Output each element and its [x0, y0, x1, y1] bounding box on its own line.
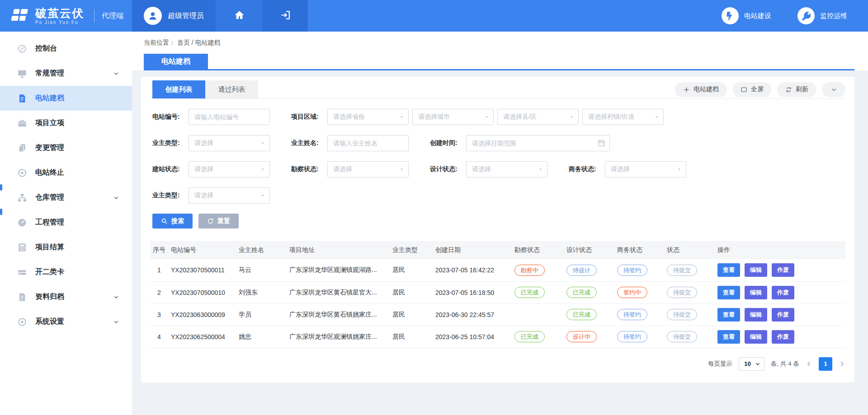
filter-actions: 搜索 重置 — [152, 214, 845, 228]
list-tabs: 创建列表通过列表 — [152, 80, 258, 98]
date-range-input[interactable] — [467, 135, 609, 151]
filter-select[interactable]: 请选择村镇/街道 — [582, 109, 664, 125]
page-tab[interactable]: 电站建档 — [144, 54, 208, 69]
filter-label: 商务状态: — [569, 165, 605, 173]
cell-address: 广东深圳龙华区黄石镇星官大... — [287, 281, 390, 303]
column-header: 项目地址 — [287, 241, 390, 259]
sidebar-item[interactable]: 工程管理 — [0, 210, 132, 235]
prev-page-button[interactable] — [806, 360, 812, 367]
cell-design-status: 待设计 — [564, 259, 614, 281]
header-nav-item[interactable]: 监控运维 — [797, 7, 847, 24]
filter-select[interactable]: 请选择省份 — [327, 109, 409, 125]
edit-button[interactable]: 编辑 — [745, 263, 767, 277]
sitemap-icon — [17, 193, 27, 203]
filter-label: 项目区域: — [291, 113, 327, 121]
view-button[interactable]: 查看 — [717, 308, 740, 322]
survey-status-badge: 勘察中 — [514, 265, 545, 276]
caret-down-icon — [399, 115, 404, 120]
view-button[interactable]: 查看 — [717, 263, 740, 277]
edit-button[interactable]: 编辑 — [745, 330, 767, 344]
filter-field: 建站状态:请选择 — [152, 161, 270, 177]
void-button[interactable]: 作废 — [772, 330, 794, 344]
filter-select[interactable]: 请选择 — [189, 161, 270, 177]
cell-created-date: 2023-07-05 16:18:50 — [433, 281, 512, 303]
next-page-button[interactable] — [839, 360, 845, 367]
copy-icon — [17, 143, 27, 153]
filter-select[interactable]: 请选择 — [189, 135, 270, 151]
brand[interactable]: 破茧云伏 Po Jian Yun Fu 代理端 — [0, 0, 132, 32]
filter-select[interactable]: 请选择 — [605, 161, 686, 177]
table-row: 1YX2023070500011马云广东深圳龙华区观澜镇观湖路...居民2023… — [150, 259, 845, 281]
sidebar-item[interactable]: 仓库管理 — [0, 185, 132, 210]
filter-select[interactable]: 请选择 — [466, 161, 547, 177]
archive-icon — [17, 292, 27, 302]
sidebar-scrollbar[interactable] — [0, 184, 2, 191]
edit-button[interactable]: 编辑 — [745, 308, 767, 322]
gauge-icon — [17, 218, 27, 228]
sidebar-item[interactable]: 常规管理 — [0, 61, 132, 86]
sidebar-item[interactable]: 项目立项 — [0, 111, 132, 135]
reset-button[interactable]: 重置 — [198, 214, 239, 228]
collapse-button[interactable] — [822, 82, 845, 97]
filter-select[interactable]: 请选择县/区 — [497, 109, 579, 125]
sidebar-item[interactable]: 控制台 — [0, 36, 132, 61]
cell-address: 广东深圳龙华区黄石镇姚家庄... — [287, 303, 390, 326]
list-tab[interactable]: 创建列表 — [152, 80, 205, 98]
filter-select[interactable]: 请选择 — [327, 161, 409, 177]
home-button[interactable] — [216, 0, 263, 32]
sidebar-item[interactable]: 开二类卡 — [0, 260, 132, 284]
view-button[interactable]: 查看 — [717, 286, 740, 299]
filter-input[interactable] — [189, 109, 269, 125]
sidebar-item[interactable]: 变更管理 — [0, 135, 132, 160]
design-status-badge: 已完成 — [566, 287, 597, 298]
panel-head: 创建列表通过列表 电站建档全屏刷新 — [150, 80, 845, 99]
filter-field: 业主类型:请选择 — [152, 135, 270, 151]
logout-icon — [280, 9, 291, 23]
status-badge: 待提交 — [667, 287, 697, 298]
filter-select[interactable]: 请选择 — [189, 187, 270, 204]
void-button[interactable]: 作废 — [772, 286, 794, 299]
list-tab[interactable]: 通过列表 — [205, 80, 258, 98]
view-button[interactable]: 查看 — [717, 330, 740, 344]
cell-address: 广东深圳龙华区观澜镇姚家庄... — [287, 326, 390, 348]
sidebar-item[interactable]: 资料归档 — [0, 284, 132, 309]
page-number[interactable]: 1 — [819, 357, 832, 371]
create-station-button[interactable]: 电站建档 — [675, 82, 727, 97]
void-button[interactable]: 作废 — [772, 308, 794, 322]
filter-field: 商务状态:请选择 — [569, 161, 686, 177]
per-page-select[interactable]: 10 — [739, 357, 764, 371]
sidebar-item[interactable]: 系统设置 — [0, 309, 132, 334]
cell-created-date: 2023-06-25 10:57:04 — [433, 326, 512, 348]
select-placeholder: 请选择城市 — [418, 113, 450, 121]
fullscreen-button[interactable]: 全屏 — [732, 82, 772, 97]
page-tab-bar: 电站建档 — [144, 54, 854, 70]
sidebar-scrollbar[interactable] — [0, 209, 2, 215]
breadcrumb-current: 电站建档 — [195, 39, 221, 46]
filter-input[interactable] — [328, 135, 408, 151]
table-row: 2YX2023070500010刘强东广东深圳龙华区黄石镇星官大...居民202… — [150, 281, 845, 303]
sidebar-item-label: 资料归档 — [35, 292, 64, 302]
cell-index: 4 — [150, 326, 168, 348]
edit-button[interactable]: 编辑 — [745, 286, 767, 299]
status-badge: 待提交 — [667, 309, 697, 320]
select-placeholder: 请选择 — [611, 165, 630, 173]
breadcrumb-home[interactable]: 首页 — [177, 39, 190, 46]
sidebar-item[interactable]: 电站建档 — [0, 86, 132, 111]
sidebar-item[interactable]: 电站终止 — [0, 160, 132, 185]
caret-down-icon — [538, 167, 543, 172]
filter-field: 创建时间: — [430, 135, 610, 151]
cell-status-status: 待提交 — [664, 326, 715, 348]
void-button[interactable]: 作废 — [772, 263, 794, 277]
dashboard-icon — [17, 44, 27, 54]
select-placeholder: 请选择 — [194, 191, 213, 200]
logout-button[interactable] — [263, 0, 308, 32]
user-menu[interactable]: 超级管理员 — [132, 0, 216, 32]
search-button[interactable]: 搜索 — [152, 214, 193, 228]
sidebar-item[interactable]: 项目结算 — [0, 235, 132, 260]
filter-select[interactable]: 请选择城市 — [412, 109, 494, 125]
column-header: 状态 — [664, 241, 715, 259]
header-nav-item[interactable]: 电站建设 — [722, 7, 771, 24]
filter-form: 电站编号:项目区域:请选择省份请选择城市请选择县/区请选择村镇/街道业主类型:请… — [150, 99, 845, 204]
refresh-button[interactable]: 刷新 — [777, 82, 816, 97]
toolbar-button-label: 刷新 — [796, 85, 808, 93]
